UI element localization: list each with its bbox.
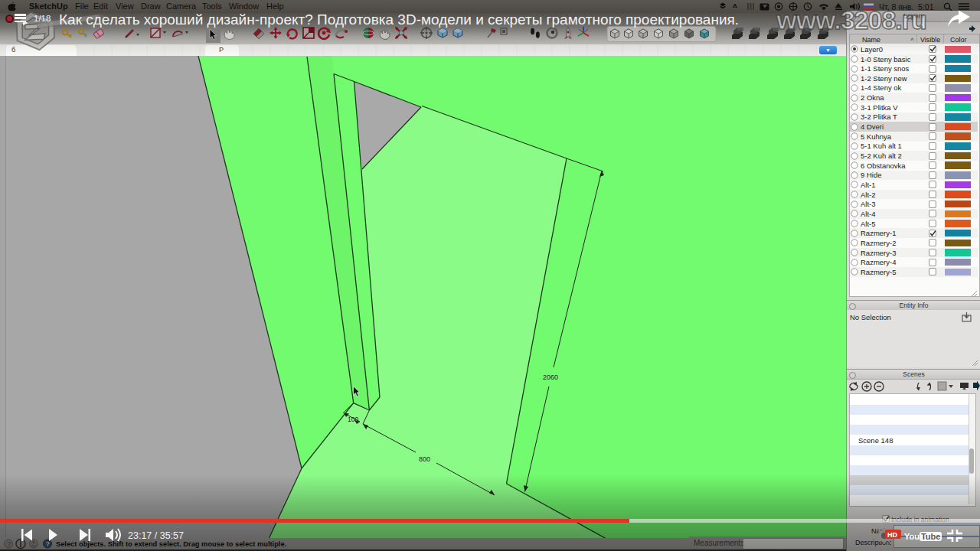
svg-text:?: ? <box>7 540 11 548</box>
svg-text:HD: HD <box>887 531 897 539</box>
svg-text:100: 100 <box>348 416 358 423</box>
svg-text:2060: 2060 <box>543 373 558 381</box>
svg-text:800: 800 <box>419 455 430 463</box>
